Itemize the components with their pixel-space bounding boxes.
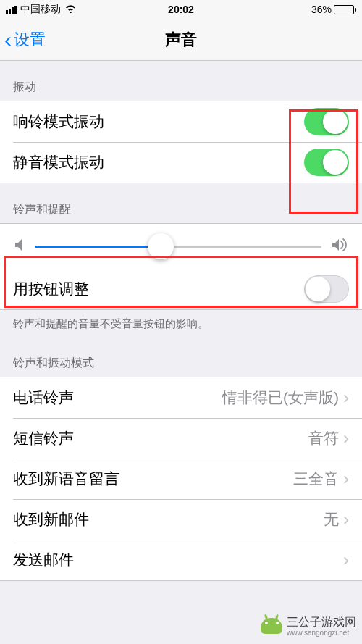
chevron-left-icon: ‹ — [4, 29, 12, 51]
adjust-with-buttons-label: 用按钮调整 — [13, 279, 89, 299]
section-header-vibration: 振动 — [0, 61, 362, 101]
volume-low-icon — [14, 238, 25, 254]
volume-slider-cell — [0, 224, 362, 269]
volume-slider[interactable] — [35, 246, 321, 248]
ring-vibrate-label: 响铃模式振动 — [13, 112, 104, 132]
patterns-group: 电话铃声情非得已(女声版)›短信铃声音符›收到新语音留言三全音›收到新邮件无›发… — [0, 377, 362, 581]
adjust-with-buttons-switch[interactable] — [304, 275, 349, 303]
adjust-with-buttons-cell: 用按钮调整 — [0, 269, 362, 309]
carrier-label: 中国移动 — [20, 3, 61, 16]
back-label: 设置 — [14, 29, 46, 51]
pattern-value: 三全音› — [293, 469, 349, 489]
nav-bar: ‹ 设置 声音 — [0, 19, 362, 61]
pattern-value: 情非得已(女声版)› — [222, 388, 349, 408]
wifi-icon — [64, 4, 77, 15]
status-bar: 中国移动 20:02 36% — [0, 0, 362, 19]
volume-slider-thumb[interactable] — [148, 233, 174, 259]
battery-icon — [334, 5, 356, 14]
pattern-label: 发送邮件 — [13, 550, 74, 570]
watermark-line1: 三公子游戏网 — [287, 616, 356, 628]
silent-vibrate-cell: 静音模式振动 — [0, 142, 362, 183]
pattern-cell[interactable]: 发送邮件› — [0, 540, 362, 580]
chevron-right-icon: › — [343, 550, 349, 570]
volume-high-icon — [332, 238, 348, 254]
section-header-patterns: 铃声和振动模式 — [0, 337, 362, 377]
chevron-right-icon: › — [343, 509, 349, 530]
pattern-label: 收到新语音留言 — [13, 469, 119, 489]
pattern-label: 收到新邮件 — [13, 509, 89, 530]
chevron-right-icon: › — [343, 469, 349, 489]
ringer-footer: 铃声和提醒的音量不受音量按钮的影响。 — [0, 310, 362, 337]
back-button[interactable]: ‹ 设置 — [0, 29, 46, 51]
page-title: 声音 — [165, 29, 197, 51]
ringer-group: 用按钮调整 — [0, 223, 362, 310]
pattern-label: 短信铃声 — [13, 428, 74, 448]
section-header-ringer: 铃声和提醒 — [0, 183, 362, 223]
battery-percent: 36% — [311, 4, 332, 15]
status-left: 中国移动 — [6, 3, 77, 16]
chevron-right-icon: › — [343, 428, 349, 448]
android-icon — [261, 618, 282, 634]
silent-vibrate-switch[interactable] — [304, 149, 349, 176]
silent-vibrate-label: 静音模式振动 — [13, 152, 104, 172]
pattern-cell[interactable]: 收到新语音留言三全音› — [0, 459, 362, 499]
pattern-value: 音符› — [308, 428, 349, 448]
ring-vibrate-switch[interactable] — [304, 108, 349, 135]
pattern-cell[interactable]: 短信铃声音符› — [0, 418, 362, 459]
status-time: 20:02 — [168, 4, 194, 15]
pattern-label: 电话铃声 — [13, 388, 74, 408]
status-right: 36% — [311, 4, 356, 15]
watermark-line2: www.sangongzi.net — [287, 629, 356, 637]
signal-icon — [6, 6, 17, 14]
pattern-value: › — [339, 550, 349, 570]
ring-vibrate-cell: 响铃模式振动 — [0, 101, 362, 142]
watermark: 三公子游戏网 www.sangongzi.net — [261, 615, 356, 637]
pattern-value: 无› — [324, 509, 349, 530]
vibration-group: 响铃模式振动 静音模式振动 — [0, 101, 362, 183]
pattern-cell[interactable]: 收到新邮件无› — [0, 499, 362, 540]
chevron-right-icon: › — [343, 388, 349, 408]
pattern-cell[interactable]: 电话铃声情非得已(女声版)› — [0, 377, 362, 418]
